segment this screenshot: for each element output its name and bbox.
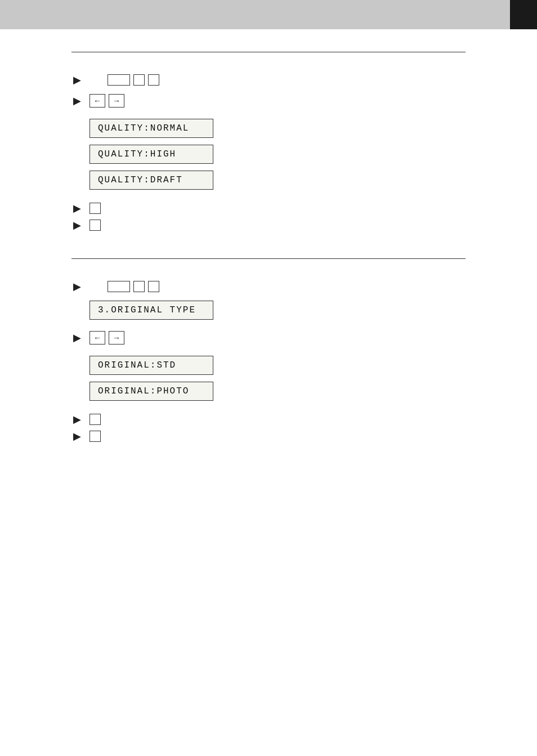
section2: ▶ 3.ORIGINAL TYPE ▶ ← → ORIGINAL:STD ORI… [71,259,466,458]
section2-nav-row: ▶ ← → [71,328,466,348]
pointer-icon-2: ▶ [71,95,83,107]
pointer-icon-7: ▶ [71,413,83,426]
header-black-box [510,0,537,29]
quality-normal-display: QUALITY:NORMAL [90,119,213,138]
original-std-display: ORIGINAL:STD [90,356,213,375]
bottom-square-2b[interactable] [90,431,101,442]
section1-bottom-row2: ▶ [71,219,466,231]
pointer-icon-4: ▶ [71,219,83,231]
wide-square-2[interactable] [108,281,130,292]
section2-nav-arrows: ← → [90,331,128,345]
left-arrow-button-2[interactable]: ← [90,331,105,345]
section1: ▶ ▶ ← → QUALITY:NORMAL QUALITY:HIGH QUAL… [71,52,466,247]
pointer-icon-8: ▶ [71,430,83,442]
section1-bottom-row1: ▶ [71,202,466,214]
bottom-square-1b[interactable] [90,220,101,231]
quality-draft-display: QUALITY:DRAFT [90,171,213,190]
section2-bottom-row1: ▶ [71,413,466,426]
section1-nav-arrows: ← → [90,94,128,108]
bottom-square-2a[interactable] [90,414,101,425]
section1-row1: ▶ [71,74,466,86]
right-arrow-button-1[interactable]: → [109,94,124,108]
section1-row2: ▶ ← → [71,91,466,111]
section2-bottom-row2: ▶ [71,430,466,442]
header-bar [0,0,537,29]
pointer-icon-6: ▶ [71,332,83,344]
pointer-icon-5: ▶ [71,280,83,293]
small-square-1b[interactable] [148,74,159,86]
section2-row1: ▶ [71,280,466,293]
original-photo-display: ORIGINAL:PHOTO [90,382,213,401]
small-square-2a[interactable] [133,281,145,292]
section1-controls [108,74,163,86]
small-square-2b[interactable] [148,281,159,292]
quality-high-display: QUALITY:HIGH [90,145,213,164]
small-square-1a[interactable] [133,74,145,86]
pointer-icon-1: ▶ [71,74,83,86]
pointer-icon-3: ▶ [71,202,83,214]
right-arrow-button-2[interactable]: → [109,331,124,345]
bottom-square-1a[interactable] [90,203,101,214]
original-type-menu-display: 3.ORIGINAL TYPE [90,301,213,320]
section2-controls [108,281,163,292]
left-arrow-button-1[interactable]: ← [90,94,105,108]
wide-square-1[interactable] [108,74,130,86]
